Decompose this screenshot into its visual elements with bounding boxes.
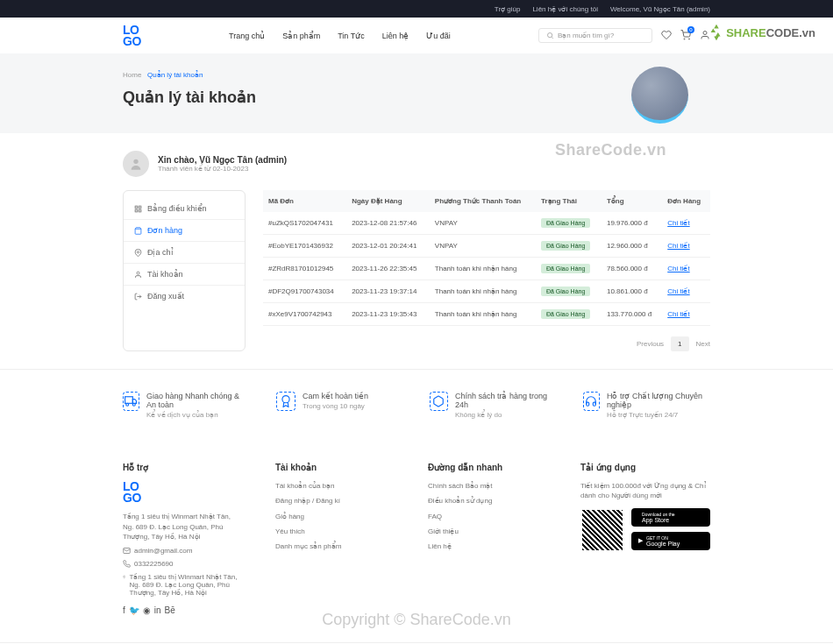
footer-link[interactable]: FAQ: [428, 512, 545, 521]
cart-icon[interactable]: 0: [680, 30, 691, 42]
th-total[interactable]: Tổng: [602, 190, 662, 212]
detail-link[interactable]: Chi tiết: [667, 242, 689, 250]
footer: Hỗ trợ LOGO Tầng 1 siêu thị Winmart Nhật…: [0, 441, 833, 637]
user-icon: [134, 271, 142, 279]
footer-link[interactable]: Giới thiệu: [428, 527, 545, 536]
nav-news[interactable]: Tin Tức: [338, 32, 365, 40]
pagination-prev[interactable]: Previous: [637, 340, 664, 348]
footer-link[interactable]: Đăng nhập / Đăng kí: [275, 496, 393, 506]
nav-offers[interactable]: Ưu đãi: [426, 32, 451, 40]
th-id[interactable]: Mã Đơn: [263, 190, 346, 212]
cell-id: #DF2Q91700743034: [263, 280, 346, 303]
nav-products[interactable]: Sản phẩm: [282, 32, 320, 40]
table-row: #EobYE1701436932 2023-12-01 20:24:41 VNP…: [263, 235, 710, 258]
footer-link[interactable]: Yêu thích: [275, 527, 393, 536]
sidebar-label: Đơn hàng: [147, 226, 182, 235]
googleplay-button[interactable]: ▶ GET IT ONGoogle Play: [631, 532, 710, 550]
svg-marker-15: [133, 400, 137, 404]
svg-point-18: [282, 396, 289, 403]
hero-section: Home Quản lý tài khoản Quản lý tài khoản…: [0, 53, 833, 133]
sidebar-item-dashboard[interactable]: Bảng điều khiển: [124, 198, 245, 220]
qr-code: [580, 508, 624, 552]
pagination-page[interactable]: 1: [671, 336, 688, 351]
detail-link[interactable]: Chi tiết: [667, 287, 689, 295]
bag-icon: [134, 227, 142, 235]
user-info: Xin chào, Vũ Ngọc Tân (admin) Thành viên…: [158, 155, 287, 173]
cell-id: #ZRdR81701012945: [263, 258, 346, 280]
search-input[interactable]: Bạn muốn tìm gì?: [538, 28, 652, 43]
truck-icon: [123, 392, 139, 411]
breadcrumb: Home Quản lý tài khoản: [123, 71, 710, 79]
th-status[interactable]: Trạng Thái: [536, 190, 602, 212]
sidebar-label: Địa chỉ: [147, 248, 174, 257]
footer-link[interactable]: Danh mục sản phẩm: [275, 541, 393, 551]
cell-id: #EobYE1701436932: [263, 235, 346, 258]
orders-panel: Mã Đơn Ngày Đặt Hàng Phương Thức Thanh T…: [263, 190, 710, 351]
cell-date: 2023-12-01 20:24:41: [346, 235, 430, 258]
topbar-welcome[interactable]: Welcome, Vũ Ngọc Tân (admin): [610, 5, 710, 13]
breadcrumb-current: Quản lý tài khoản: [147, 71, 203, 79]
copyright-watermark: Copyright © ShareCode.vn: [0, 611, 833, 629]
th-action[interactable]: Đơn Hàng: [662, 190, 710, 212]
phone-icon: [123, 560, 131, 568]
svg-rect-8: [139, 209, 141, 212]
header-right: Bạn muốn tìm gì? 0: [538, 28, 710, 43]
footer-link[interactable]: Điều khoản sử dụng: [428, 496, 545, 506]
orders-table: Mã Đơn Ngày Đặt Hàng Phương Thức Thanh T…: [263, 190, 710, 326]
user-member-since: Thành viên kể từ 02-10-2023: [158, 165, 287, 173]
cell-date: 2023-11-23 19:35:43: [346, 303, 430, 326]
pin-icon: [123, 573, 125, 581]
cell-status: Đã Giao Hàng: [536, 280, 602, 303]
breadcrumb-home[interactable]: Home: [123, 71, 141, 79]
sharecode-watermark-logo: SHARECODE.vn: [707, 23, 815, 42]
sidebar-item-address[interactable]: Địa chỉ: [124, 242, 245, 264]
page-title: Quản lý tài khoản: [123, 88, 710, 107]
th-date[interactable]: Ngày Đặt Hàng: [346, 190, 430, 212]
detail-link[interactable]: Chi tiết: [667, 219, 689, 227]
mail-icon: [123, 547, 131, 555]
recycle-icon: [707, 23, 726, 42]
cell-id: #xXe9V1700742943: [263, 303, 346, 326]
svg-rect-14: [125, 397, 133, 404]
appstore-button[interactable]: Download on theApp Store: [631, 508, 710, 527]
cart-badge: 0: [687, 26, 694, 33]
wishlist-icon[interactable]: [661, 30, 672, 42]
cell-total: 133.770.000 đ: [602, 303, 662, 326]
detail-link[interactable]: Chi tiết: [667, 265, 689, 272]
box-icon: [430, 392, 448, 411]
svg-point-16: [126, 404, 129, 407]
table-row: #uZkQS1702047431 2023-12-08 21:57:46 VNP…: [263, 212, 710, 235]
cell-action: Chi tiết: [662, 235, 710, 258]
topbar-contact[interactable]: Liên hệ với chúng tôi: [532, 5, 598, 13]
sidebar-item-account[interactable]: Tài khoản: [124, 264, 245, 286]
features-row: Giao hàng Nhanh chóng & An toànKể về dịc…: [0, 369, 833, 441]
nav-home[interactable]: Trang chủ: [229, 32, 265, 40]
pagination-next[interactable]: Next: [696, 340, 710, 348]
svg-point-0: [547, 33, 552, 38]
footer-link[interactable]: Liên hệ: [428, 541, 545, 551]
footer-link[interactable]: Chính sách Bảo mật: [428, 481, 545, 491]
footer-link[interactable]: Tài khoản của bạn: [275, 481, 393, 491]
logo[interactable]: LOGO: [123, 25, 141, 46]
user-greeting: Xin chào, Vũ Ngọc Tân (admin): [158, 155, 287, 165]
cell-date: 2023-11-26 22:35:45: [346, 258, 430, 280]
cell-method: VNPAY: [430, 212, 536, 235]
svg-point-20: [124, 577, 125, 577]
detail-link[interactable]: Chi tiết: [667, 310, 689, 318]
sidebar-item-orders[interactable]: Đơn hàng: [124, 220, 245, 242]
feature-support: Hỗ trợ Chất lượng Chuyên nghiệpHỗ trợ Tr…: [583, 392, 710, 419]
footer-link[interactable]: Giỏ hàng: [275, 512, 393, 521]
sidebar-label: Đăng xuất: [147, 292, 184, 301]
pin-icon: [134, 249, 142, 257]
th-method[interactable]: Phương Thức Thanh Toán: [430, 190, 536, 212]
feature-shipping: Giao hàng Nhanh chóng & An toànKể về dịc…: [123, 392, 250, 419]
sidebar-label: Tài khoản: [147, 270, 183, 279]
cell-action: Chi tiết: [662, 280, 710, 303]
table-header-row: Mã Đơn Ngày Đặt Hàng Phương Thức Thanh T…: [263, 190, 710, 212]
topbar-help[interactable]: Trợ giúp: [495, 5, 521, 13]
footer-account: Tài khoản Tài khoản của bạn Đăng nhập / …: [275, 463, 393, 615]
badge-icon: [276, 392, 295, 411]
cell-total: 78.560.000 đ: [602, 258, 662, 280]
sidebar-item-logout[interactable]: Đăng xuất: [124, 286, 245, 307]
nav-contact[interactable]: Liên hệ: [382, 32, 409, 40]
